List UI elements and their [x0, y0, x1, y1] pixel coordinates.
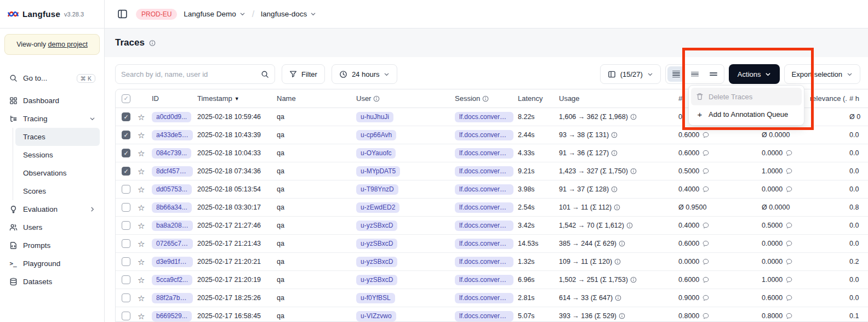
trace-id-badge[interactable]: 8dcf4574...: [152, 166, 193, 177]
goto-search[interactable]: Go to... ⌘ K: [4, 69, 100, 87]
sidebar-item-datasets[interactable]: Datasets: [4, 273, 100, 291]
column-header-latency[interactable]: Latency: [516, 94, 557, 103]
row-checkbox[interactable]: [122, 239, 130, 248]
trace-id-badge[interactable]: a433de51...: [152, 130, 193, 140]
actions-button[interactable]: Actions: [729, 64, 780, 84]
trace-id-badge[interactable]: ba8a208f...: [152, 221, 193, 231]
trace-id-badge[interactable]: dd05753...: [152, 184, 192, 195]
org-breadcrumb[interactable]: Langfuse Demo: [184, 10, 245, 18]
row-checkbox[interactable]: [122, 257, 130, 266]
star-icon[interactable]: ☆: [138, 204, 145, 212]
column-header-relevance[interactable]: relevance (...: [808, 94, 847, 103]
row-checkbox[interactable]: [122, 221, 130, 230]
project-breadcrumb[interactable]: langfuse-docs: [261, 10, 316, 18]
user-badge[interactable]: u-f0YfBSL: [356, 293, 395, 303]
trace-id-badge[interactable]: b669529...: [152, 311, 192, 321]
search-icon[interactable]: [261, 70, 269, 78]
row-checkbox[interactable]: ✓: [122, 167, 130, 176]
trace-id-badge[interactable]: 8b66a34...: [152, 202, 192, 213]
sidebar-item-users[interactable]: Users: [4, 218, 100, 236]
table-row[interactable]: ✓ ☆ 084c739... 2025-02-18 10:04:33 qa u-…: [116, 144, 868, 162]
menu-item-add-to-annotation-queue[interactable]: + Add to Annotation Queue: [691, 105, 802, 123]
session-badge[interactable]: lf.docs.conversation...: [455, 293, 513, 303]
sidebar-item-playground[interactable]: >_ Playground: [4, 255, 100, 273]
demo-project-link[interactable]: demo project: [48, 41, 88, 48]
table-row[interactable]: ☆ d3e9d1f2... 2025-02-17 21:20:21 qa u-y…: [116, 253, 868, 271]
column-header-id[interactable]: ID: [150, 94, 195, 103]
user-badge[interactable]: u-OYauofc: [356, 148, 396, 159]
star-icon[interactable]: ☆: [138, 113, 145, 121]
session-badge[interactable]: lf.docs.conversation...: [455, 202, 513, 213]
column-header-usage[interactable]: Usage: [557, 94, 676, 103]
user-badge[interactable]: u-zEwdED2: [356, 202, 399, 213]
sidebar-item-observations[interactable]: Observations: [15, 164, 100, 182]
sidebar-item-prompts[interactable]: Prompts: [4, 236, 100, 255]
sidebar-item-sessions[interactable]: Sessions: [15, 146, 100, 164]
row-height-medium-button[interactable]: [686, 66, 704, 82]
trace-id-badge[interactable]: 5cca9cf2...: [152, 275, 192, 285]
column-header-session[interactable]: Session: [453, 94, 516, 103]
star-icon[interactable]: ☆: [138, 185, 145, 194]
star-icon[interactable]: ☆: [138, 167, 145, 176]
column-header-right[interactable]: # h: [847, 94, 868, 103]
star-icon[interactable]: ☆: [138, 149, 145, 157]
session-badge[interactable]: lf.docs.conversation...: [455, 221, 513, 231]
search-input[interactable]: [121, 70, 256, 78]
row-checkbox[interactable]: [122, 293, 130, 302]
user-badge[interactable]: u-cp66Avh: [356, 130, 396, 140]
row-checkbox[interactable]: [122, 203, 130, 212]
session-badge[interactable]: lf.docs.conversation...: [455, 311, 513, 321]
row-checkbox[interactable]: ✓: [122, 131, 130, 139]
sidebar-item-evaluation[interactable]: Evaluation: [4, 200, 100, 218]
row-checkbox[interactable]: [122, 185, 130, 194]
table-row[interactable]: ☆ 5cca9cf2... 2025-02-17 21:20:19 qa u-y…: [116, 271, 868, 289]
row-height-small-button[interactable]: [667, 66, 685, 82]
row-checkbox[interactable]: ✓: [122, 112, 130, 121]
session-badge[interactable]: lf.docs.conversation...: [455, 275, 513, 285]
column-header-timestamp[interactable]: Timestamp ▼: [195, 94, 275, 103]
star-icon[interactable]: ☆: [138, 258, 145, 266]
table-row[interactable]: ☆ b669529... 2025-02-17 16:58:45 qa u-VI…: [116, 307, 868, 322]
time-range-button[interactable]: 24 hours: [332, 64, 398, 84]
user-badge[interactable]: u-T98YnzD: [356, 184, 398, 195]
column-header-name[interactable]: Name: [275, 94, 354, 103]
row-height-large-button[interactable]: [705, 66, 722, 82]
star-icon[interactable]: ☆: [138, 131, 145, 139]
session-badge[interactable]: lf.docs.conversation...: [455, 148, 513, 159]
sidebar-item-traces[interactable]: Traces: [15, 128, 100, 146]
row-checkbox[interactable]: [122, 312, 130, 320]
user-badge[interactable]: u-huJhuJi: [356, 112, 393, 122]
table-row[interactable]: ☆ 07265c7a... 2025-02-17 21:21:43 qa u-y…: [116, 235, 868, 253]
star-icon[interactable]: ☆: [138, 312, 145, 320]
menu-item-delete-traces[interactable]: Delete Traces: [691, 88, 802, 105]
trace-id-badge[interactable]: 084c739...: [152, 148, 191, 159]
sidebar-item-scores[interactable]: Scores: [15, 182, 100, 200]
trace-id-badge[interactable]: a0cd0d9...: [152, 112, 191, 122]
star-icon[interactable]: ☆: [138, 240, 145, 248]
sidebar-item-tracing[interactable]: Tracing: [4, 110, 100, 128]
table-row[interactable]: ✓ ☆ 8dcf4574... 2025-02-18 07:34:36 qa u…: [116, 162, 868, 180]
user-badge[interactable]: u-yzSBxcD: [356, 257, 397, 267]
session-badge[interactable]: lf.docs.conversation...: [455, 112, 513, 122]
user-badge[interactable]: u-yzSBxcD: [356, 239, 397, 249]
select-all-checkbox[interactable]: ✓: [122, 94, 130, 103]
session-badge[interactable]: lf.docs.conversation...: [455, 166, 513, 177]
column-header-user[interactable]: User: [354, 94, 453, 103]
filter-button[interactable]: Filter: [282, 64, 325, 84]
user-badge[interactable]: u-yzSBxcD: [356, 275, 397, 285]
session-badge[interactable]: lf.docs.conversation...: [455, 184, 513, 195]
user-badge[interactable]: u-MYpDAT5: [356, 166, 400, 177]
column-visibility-button[interactable]: (15/27): [600, 64, 661, 84]
table-row[interactable]: ✓ ☆ a433de51... 2025-02-18 10:43:39 qa u…: [116, 126, 868, 144]
sidebar-item-dashboard[interactable]: Dashboard: [4, 92, 100, 110]
table-row[interactable]: ☆ dd05753... 2025-02-18 05:13:54 qa u-T9…: [116, 180, 868, 199]
user-badge[interactable]: u-yzSBxcD: [356, 221, 397, 231]
panel-left-toggle-icon[interactable]: [115, 7, 129, 21]
table-row[interactable]: ☆ 88f2a7b0... 2025-02-17 18:25:26 qa u-f…: [116, 289, 868, 307]
session-badge[interactable]: lf.docs.conversation...: [455, 239, 513, 249]
session-badge[interactable]: lf.docs.conversation...: [455, 130, 513, 140]
row-checkbox[interactable]: ✓: [122, 149, 130, 157]
export-selection-button[interactable]: Export selection: [784, 64, 861, 84]
star-icon[interactable]: ☆: [138, 222, 145, 230]
star-icon[interactable]: ☆: [138, 276, 145, 284]
